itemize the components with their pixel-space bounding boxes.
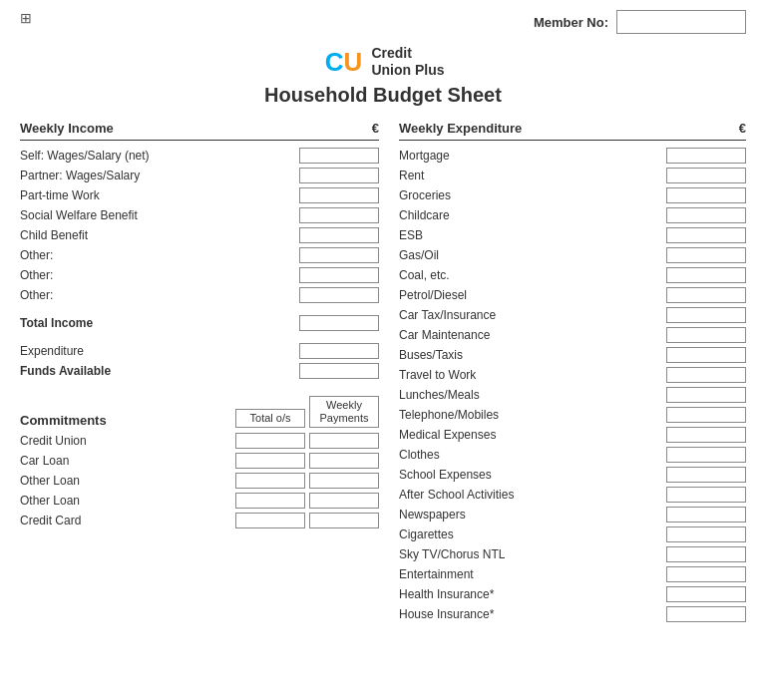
exp-label-9: Car Maintenance [399, 328, 666, 342]
cu-c-letter: C [325, 49, 344, 75]
income-row-label-2: Part-time Work [20, 188, 299, 202]
exp-row-12: Lunches/Meals [399, 386, 746, 404]
exp-row-11: Travel to Work [399, 366, 746, 384]
exp-row-2: Groceries [399, 186, 746, 204]
row-item: Self: Wages/Salary (net) [20, 147, 379, 165]
exp-input-19[interactable] [666, 526, 746, 542]
commit-input-weekly-0[interactable] [309, 433, 379, 449]
logo-row: C U Credit Union Plus [321, 40, 444, 84]
exp-row-0: Mortgage [399, 147, 746, 165]
exp-input-15[interactable] [666, 447, 746, 463]
left-currency: € [372, 121, 379, 136]
exp-input-22[interactable] [666, 586, 746, 602]
right-currency: € [739, 121, 746, 136]
expenditure-input[interactable] [299, 343, 379, 359]
funds-available-label: Funds Available [20, 364, 299, 378]
income-input-5[interactable] [299, 247, 379, 263]
commit-input-weekly-1[interactable] [309, 453, 379, 469]
commit-row-1: Car Loan [20, 452, 379, 470]
total-income-row: Total Income [20, 314, 379, 332]
exp-input-2[interactable] [666, 187, 746, 203]
exp-input-16[interactable] [666, 467, 746, 483]
exp-input-18[interactable] [666, 507, 746, 523]
exp-row-14: Medical Expenses [399, 426, 746, 444]
exp-row-13: Telephone/Mobiles [399, 406, 746, 424]
exp-input-1[interactable] [666, 168, 746, 183]
expand-icon[interactable]: ⊞ [20, 10, 32, 26]
exp-label-15: Clothes [399, 448, 666, 462]
commit-input-total-4[interactable] [235, 513, 305, 528]
top-bar: ⊞ Member No: [20, 10, 746, 34]
logo-area: C U Credit Union Plus Household Budget S… [20, 40, 746, 117]
commit-input-weekly-4[interactable] [309, 513, 379, 528]
commit-input-total-3[interactable] [235, 493, 305, 509]
commit-row-4: Credit Card [20, 512, 379, 529]
funds-available-input[interactable] [299, 363, 379, 379]
exp-label-22: Health Insurance* [399, 587, 666, 601]
exp-row-7: Petrol/Diesel [399, 286, 746, 304]
commit-row-3: Other Loan [20, 492, 379, 510]
income-rows: Self: Wages/Salary (net) Partner: Wages/… [20, 147, 379, 304]
commit-row-2: Other Loan [20, 472, 379, 490]
cu-text-line2: Union Plus [371, 62, 444, 79]
income-input-1[interactable] [299, 168, 379, 183]
exp-label-13: Telephone/Mobiles [399, 408, 666, 422]
income-input-7[interactable] [299, 287, 379, 303]
commitments-header: Commitments Total o/s Weekly Payments [20, 396, 379, 428]
exp-input-7[interactable] [666, 287, 746, 303]
exp-row-16: School Expenses [399, 466, 746, 484]
exp-input-3[interactable] [666, 207, 746, 223]
exp-input-0[interactable] [666, 148, 746, 164]
page-title: Household Budget Sheet [264, 84, 502, 107]
expenditure-rows: Mortgage Rent Groceries Childcare ESB Ga… [399, 147, 746, 623]
col-header-total: Total o/s [235, 409, 305, 428]
commit-input-weekly-2[interactable] [309, 473, 379, 489]
member-no-area: Member No: [534, 10, 746, 34]
row-item: Child Benefit [20, 226, 379, 244]
exp-input-13[interactable] [666, 407, 746, 423]
commitments-label: Commitments [20, 413, 107, 428]
exp-input-8[interactable] [666, 307, 746, 323]
exp-label-7: Petrol/Diesel [399, 288, 666, 302]
commit-input-total-2[interactable] [235, 473, 305, 489]
exp-label-10: Buses/Taxis [399, 348, 666, 362]
exp-input-4[interactable] [666, 227, 746, 243]
commit-input-total-1[interactable] [235, 453, 305, 469]
exp-label-21: Entertainment [399, 567, 666, 581]
exp-input-6[interactable] [666, 267, 746, 283]
right-section: Weekly Expenditure € Mortgage Rent Groce… [399, 121, 746, 625]
exp-label-18: Newspapers [399, 508, 666, 522]
exp-label-5: Gas/Oil [399, 248, 666, 262]
income-input-0[interactable] [299, 148, 379, 164]
commit-input-weekly-3[interactable] [309, 493, 379, 509]
income-row-label-4: Child Benefit [20, 228, 299, 242]
exp-input-23[interactable] [666, 606, 746, 622]
income-input-4[interactable] [299, 227, 379, 243]
exp-label-23: House Insurance* [399, 607, 666, 621]
expenditure-row: Expenditure [20, 342, 379, 360]
row-item: Part-time Work [20, 186, 379, 204]
member-no-input[interactable] [616, 10, 746, 34]
right-section-header: Weekly Expenditure € [399, 121, 746, 141]
exp-label-11: Travel to Work [399, 368, 666, 382]
commitments-section: Commitments Total o/s Weekly Payments Cr… [20, 396, 379, 529]
exp-input-11[interactable] [666, 367, 746, 383]
exp-input-20[interactable] [666, 546, 746, 562]
income-input-2[interactable] [299, 187, 379, 203]
row-item: Partner: Wages/Salary [20, 167, 379, 184]
income-input-3[interactable] [299, 207, 379, 223]
commit-input-total-0[interactable] [235, 433, 305, 449]
income-row-label-7: Other: [20, 288, 299, 302]
income-input-6[interactable] [299, 267, 379, 283]
exp-input-10[interactable] [666, 347, 746, 363]
exp-row-15: Clothes [399, 446, 746, 464]
cu-logo: C U [321, 40, 365, 84]
exp-input-17[interactable] [666, 487, 746, 503]
exp-input-14[interactable] [666, 427, 746, 443]
total-income-label: Total Income [20, 316, 299, 330]
exp-input-12[interactable] [666, 387, 746, 403]
exp-input-21[interactable] [666, 566, 746, 582]
total-income-input[interactable] [299, 315, 379, 331]
exp-input-5[interactable] [666, 247, 746, 263]
exp-input-9[interactable] [666, 327, 746, 343]
